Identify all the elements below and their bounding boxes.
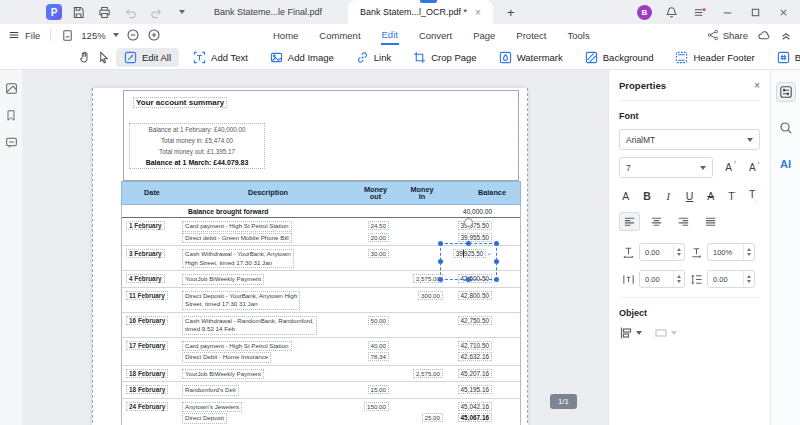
- file-menu[interactable]: File: [0, 29, 40, 41]
- date-text[interactable]: 18 February: [126, 385, 168, 394]
- activity-list-icon[interactable]: [690, 4, 708, 20]
- object-align-button[interactable]: [619, 326, 642, 340]
- ribbon-tab-edit[interactable]: Edit: [381, 26, 399, 45]
- ribbon-tab-page[interactable]: Page: [472, 27, 496, 44]
- add-image-button[interactable]: Add Image: [262, 48, 342, 67]
- date-text[interactable]: 24 February: [126, 402, 168, 411]
- description-text[interactable]: YourJob BiWeekly Payment: [182, 369, 264, 380]
- stepper-arrows[interactable]: [743, 244, 754, 260]
- balance-text[interactable]: 39,955.50: [458, 233, 492, 242]
- summary-lines[interactable]: Balance at 1 February: £40,000.00Total m…: [129, 123, 265, 169]
- date-text[interactable]: 11 February: [126, 291, 168, 300]
- transaction-row[interactable]: 17 FebruaryCard payment - High St Petrol…: [122, 340, 520, 352]
- transaction-row[interactable]: Direct debit - Green Mobile Phone Bill20…: [122, 232, 520, 244]
- document-canvas[interactable]: Your account summary Balance at 1 Februa…: [22, 70, 608, 425]
- selection-handle[interactable]: [438, 277, 443, 282]
- superscript-button[interactable]: Tʹ: [725, 190, 739, 202]
- zoom-dropdown-icon[interactable]: [113, 33, 119, 37]
- redo-button[interactable]: [146, 2, 166, 22]
- balance-text[interactable]: 45,195.16: [458, 385, 492, 394]
- money-out-text[interactable]: 40.00: [368, 341, 389, 350]
- description-text[interactable]: Card payment - High St Petrol Station: [182, 341, 292, 352]
- search-icon[interactable]: [776, 118, 796, 138]
- transaction-row[interactable]: 18 FebruaryYourJob BiWeekly Payment2,575…: [122, 368, 520, 380]
- font-family-select[interactable]: ArialMT: [619, 129, 760, 150]
- selection-handle[interactable]: [494, 241, 499, 246]
- description-text[interactable]: Direct Deposit - YourBank, Anytown HighS…: [182, 291, 300, 310]
- money-out-text[interactable]: 150.00: [364, 402, 389, 411]
- close-tab-icon[interactable]: ×: [475, 7, 481, 18]
- maximize-button[interactable]: [746, 4, 764, 20]
- stepper-arrows[interactable]: [673, 244, 684, 260]
- date-text[interactable]: 4 February: [126, 274, 165, 283]
- edit-all-button[interactable]: Edit All: [116, 48, 179, 67]
- description-text[interactable]: Direct debit - Green Mobile Phone Bill: [182, 233, 292, 244]
- watermark-button[interactable]: Watermark: [491, 48, 571, 67]
- notification-bell-icon[interactable]: [662, 4, 680, 20]
- money-out-text[interactable]: 20.00: [368, 233, 389, 242]
- money-out-text[interactable]: 24.50: [368, 221, 389, 230]
- bold-button[interactable]: B: [640, 190, 654, 202]
- brought-forward-row[interactable]: Balance brought forward 40,000.00: [122, 205, 520, 218]
- date-text[interactable]: 16 February: [126, 316, 168, 325]
- undo-button[interactable]: [120, 2, 140, 22]
- print-button[interactable]: [94, 2, 114, 22]
- horizontal-scale-input[interactable]: 100%: [707, 243, 755, 261]
- summary-title[interactable]: Your account summary: [133, 97, 227, 108]
- description-text[interactable]: Direct Deposit: [182, 413, 227, 424]
- balance-text[interactable]: 45,042.16: [458, 402, 492, 411]
- new-tab-button[interactable]: +: [507, 5, 515, 20]
- minimize-button[interactable]: [718, 4, 736, 20]
- money-out-text[interactable]: 30.00: [368, 249, 389, 258]
- balance-text[interactable]: 42,710.50: [458, 341, 492, 350]
- close-window-button[interactable]: [774, 4, 792, 20]
- underline-button[interactable]: U: [683, 190, 697, 202]
- money-in-text[interactable]: 25.00: [422, 413, 443, 422]
- document-tab-active[interactable]: Bank Statem...l_OCR.pdf * ×: [348, 0, 493, 24]
- collapse-toolbar-icon[interactable]: [780, 29, 792, 41]
- page-indicator-badge[interactable]: 1/1: [550, 394, 577, 409]
- stepper-arrows[interactable]: [673, 271, 684, 287]
- hand-tool-button[interactable]: [78, 49, 91, 67]
- ai-assistant-button[interactable]: AI: [776, 154, 796, 174]
- selection-handle[interactable]: [438, 259, 443, 264]
- description-text[interactable]: Anytown's Jewelers: [182, 402, 242, 413]
- italic-button[interactable]: I: [661, 191, 675, 202]
- balance-text[interactable]: 42,632.16: [458, 352, 492, 361]
- crop-page-button[interactable]: Crop Page: [405, 48, 484, 67]
- transaction-row[interactable]: Direct Debit - Home Insurance78.3442,632…: [122, 351, 520, 363]
- money-out-text[interactable]: 78.34: [368, 352, 389, 361]
- balance-text[interactable]: 39,975.50: [458, 221, 492, 230]
- description-text[interactable]: Direct Debit - Home Insurance: [182, 352, 271, 363]
- transaction-row[interactable]: 16 FebruaryCash Withdrawal - RandomBank,…: [122, 315, 520, 335]
- align-justify-button[interactable]: [700, 212, 721, 231]
- comments-icon[interactable]: [5, 136, 18, 149]
- balance-text[interactable]: 45,067.16: [458, 413, 492, 422]
- character-spacing-input[interactable]: 0.00: [639, 243, 685, 261]
- transaction-row[interactable]: 18 FebruaryRandomford's Deli15.0045,195.…: [122, 384, 520, 396]
- description-text[interactable]: Cash Withdrawal - RandomBank, Randomford…: [182, 316, 317, 335]
- bookmarks-icon[interactable]: [5, 109, 17, 122]
- user-avatar[interactable]: B: [637, 5, 652, 20]
- description-text[interactable]: Card payment - High St Petrol Station: [182, 221, 292, 232]
- subscript-button[interactable]: Tˏ: [746, 188, 760, 202]
- document-tab-inactive[interactable]: Bank Stateme...le Final.pdf: [206, 7, 330, 17]
- decrease-font-size-button[interactable]: A↓: [744, 162, 760, 173]
- money-in-text[interactable]: 2,575.00: [413, 369, 443, 378]
- selection-handle[interactable]: [438, 241, 443, 246]
- ribbon-tab-home[interactable]: Home: [272, 27, 299, 44]
- zoom-in-icon[interactable]: [147, 28, 161, 42]
- font-color-button[interactable]: A: [619, 190, 633, 202]
- close-panel-icon[interactable]: ×: [754, 80, 760, 91]
- rotate-handle[interactable]: [464, 218, 473, 227]
- pdf-page[interactable]: Your account summary Balance at 1 Februa…: [92, 88, 528, 425]
- add-text-button[interactable]: Add Text: [185, 48, 256, 67]
- text-selection-box[interactable]: [440, 243, 497, 280]
- header-footer-button[interactable]: Header Footer: [667, 48, 762, 67]
- ribbon-tab-tools[interactable]: Tools: [566, 27, 590, 44]
- date-text[interactable]: 3 February: [126, 249, 165, 258]
- link-button[interactable]: Link: [348, 48, 399, 67]
- share-button[interactable]: Share: [707, 29, 748, 41]
- selection-handle[interactable]: [494, 259, 499, 264]
- transaction-row[interactable]: 24 FebruaryAnytown's Jewelers150.0045,04…: [122, 401, 520, 413]
